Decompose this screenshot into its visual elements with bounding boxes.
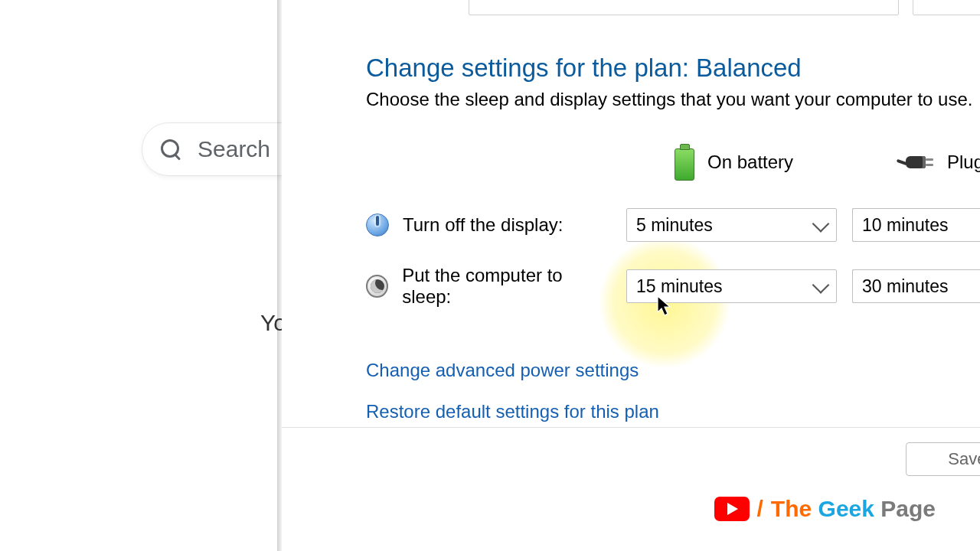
watermark-geek: Geek — [818, 496, 874, 521]
chevron-down-icon — [812, 215, 830, 233]
column-header-battery-label: On battery — [707, 152, 793, 173]
sleep-plugged-value: 30 minutes — [862, 276, 949, 297]
watermark: / The Geek Page — [714, 496, 936, 522]
advanced-power-settings-link[interactable]: Change advanced power settings — [366, 360, 639, 381]
column-header-plugged: Plugged — [852, 139, 980, 185]
plug-icon — [898, 152, 935, 173]
panel-content: Change settings for the plan: Balanced C… — [366, 54, 980, 442]
row-sleep: Put the computer to sleep: — [366, 265, 611, 308]
sleep-battery-value: 15 minutes — [636, 276, 723, 297]
watermark-the: The — [771, 496, 812, 521]
display-battery-value: 5 minutes — [636, 215, 713, 236]
sleep-icon — [366, 275, 388, 298]
row-display: Turn off the display: — [366, 204, 611, 246]
column-header-plugged-label: Plugged — [947, 152, 980, 173]
links-area: Change advanced power settings Restore d… — [366, 360, 980, 422]
display-plugged-value: 10 minutes — [862, 215, 949, 236]
top-field-outline — [469, 0, 899, 15]
save-changes-button[interactable]: Save ch — [906, 442, 980, 476]
row-sleep-label: Put the computer to sleep: — [402, 265, 611, 308]
page-subtitle: Choose the sleep and display settings th… — [366, 89, 980, 110]
display-battery-dropdown[interactable]: 5 minutes — [626, 208, 837, 242]
sleep-battery-dropdown[interactable]: 15 minutes — [626, 269, 837, 303]
save-changes-label: Save ch — [948, 449, 980, 469]
settings-grid: On battery Plugged Turn off the display:… — [366, 139, 980, 308]
battery-icon — [672, 144, 695, 181]
search-icon — [161, 139, 181, 159]
display-plugged-dropdown[interactable]: 10 minutes — [852, 208, 980, 242]
youtube-icon — [714, 497, 750, 521]
chevron-down-icon — [812, 276, 830, 294]
row-display-label: Turn off the display: — [403, 214, 563, 236]
restore-defaults-link[interactable]: Restore default settings for this plan — [366, 401, 659, 422]
divider — [282, 427, 980, 428]
background-search-placeholder: Search — [198, 136, 270, 162]
top-field-outline-right — [913, 0, 980, 15]
watermark-slash: / — [757, 496, 763, 522]
sleep-plugged-dropdown[interactable]: 30 minutes — [852, 269, 980, 303]
display-off-icon — [366, 214, 389, 236]
page-title: Change settings for the plan: Balanced — [366, 54, 980, 83]
column-header-battery: On battery — [626, 139, 837, 185]
watermark-page: Page — [880, 496, 936, 521]
